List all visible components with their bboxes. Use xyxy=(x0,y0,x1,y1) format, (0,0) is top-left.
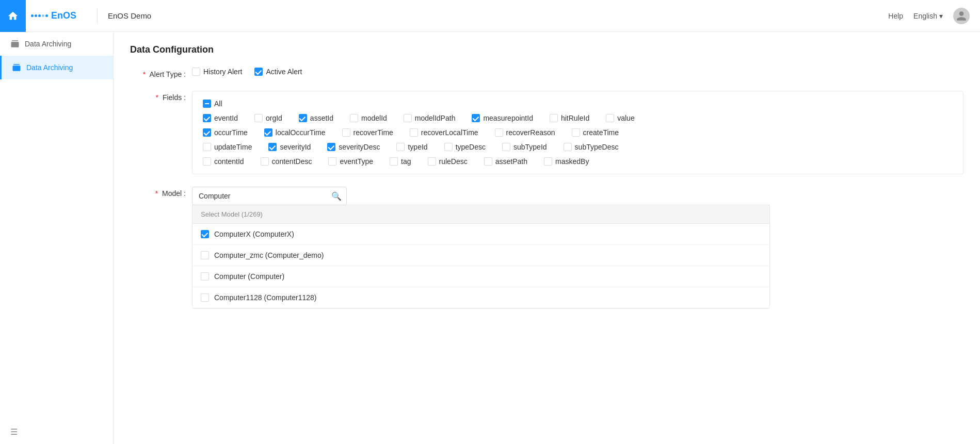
fields-row-1: eventId orgId assetId modelId modelIdPat… xyxy=(203,114,953,122)
sidebar-label-sub: Data Archiving xyxy=(26,63,73,72)
top-navigation: EnOS EnOS Demo Help English ▾ xyxy=(0,0,980,32)
model-row: * Model : 🔍 Select Model (1/269) Compute… xyxy=(130,187,963,309)
field-measurepointId[interactable]: measurepointId xyxy=(472,114,533,122)
model-option-computer-zmc[interactable]: Computer_zmc (Computer_demo) xyxy=(192,245,769,266)
model-computer1128-checkbox[interactable] xyxy=(201,293,209,302)
sidebar-item-data-archiving-top[interactable]: Data Archiving xyxy=(0,32,113,56)
lang-dropdown-icon: ▾ xyxy=(939,12,943,20)
model-input-wrap: 🔍 xyxy=(192,187,347,205)
fields-required: * xyxy=(156,93,158,102)
field-subTypeId[interactable]: subTypeId xyxy=(502,143,547,151)
fields-row: * Fields : All eventId orgId xyxy=(130,91,963,174)
field-assetId[interactable]: assetId xyxy=(299,114,333,122)
model-computerx-checkbox[interactable] xyxy=(201,230,209,238)
active-alert-option[interactable]: Active Alert xyxy=(254,68,302,76)
model-option-computerx[interactable]: ComputerX (ComputerX) xyxy=(192,224,769,245)
main-content: Data Configuration * Alert Type : Histor… xyxy=(114,32,980,444)
nav-divider xyxy=(97,8,98,24)
field-value[interactable]: value xyxy=(606,114,634,122)
history-alert-option[interactable]: History Alert xyxy=(192,68,242,76)
field-localOccurTime[interactable]: localOccurTime xyxy=(264,128,326,137)
main-layout: Data Archiving Data Archiving ☰ Data Con… xyxy=(0,32,980,444)
field-ruleDesc[interactable]: ruleDesc xyxy=(428,157,468,166)
sidebar-item-data-archiving-sub[interactable]: Data Archiving xyxy=(0,56,113,79)
model-search-input[interactable] xyxy=(192,187,347,205)
field-modelId[interactable]: modelId xyxy=(350,114,387,122)
field-tag[interactable]: tag xyxy=(390,157,411,166)
sidebar: Data Archiving Data Archiving ☰ xyxy=(0,32,114,444)
home-button[interactable] xyxy=(0,0,26,32)
fields-row-4: contentId contentDesc eventType tag rule… xyxy=(203,157,953,166)
app-name: EnOS Demo xyxy=(108,11,888,20)
page-title: Data Configuration xyxy=(130,44,963,55)
field-typeId[interactable]: typeId xyxy=(396,143,427,151)
logo-text: EnOS xyxy=(51,10,76,21)
field-modelIdPath[interactable]: modelIdPath xyxy=(404,114,456,122)
field-eventType[interactable]: eventType xyxy=(328,157,373,166)
field-typeDesc[interactable]: typeDesc xyxy=(444,143,486,151)
alert-type-row: * Alert Type : History Alert Active Aler… xyxy=(130,68,963,78)
field-severityDesc[interactable]: severityDesc xyxy=(327,143,380,151)
fields-box: All eventId orgId assetId modelId modelI… xyxy=(192,91,963,174)
user-avatar[interactable] xyxy=(953,8,970,24)
alert-type-label: * Alert Type : xyxy=(130,68,192,78)
model-computer-checkbox[interactable] xyxy=(201,272,209,281)
field-recoverLocalTime[interactable]: recoverLocalTime xyxy=(410,128,478,137)
model-computer-label: Computer (Computer) xyxy=(214,272,284,281)
model-search-icon: 🔍 xyxy=(331,191,342,201)
field-contentId[interactable]: contentId xyxy=(203,157,244,166)
history-alert-checkbox[interactable] xyxy=(192,68,200,76)
history-alert-label: History Alert xyxy=(203,68,242,76)
collapse-icon: ☰ xyxy=(10,427,18,437)
field-severityId[interactable]: severityId xyxy=(268,143,311,151)
field-eventId[interactable]: eventId xyxy=(203,114,238,122)
field-maskedBy[interactable]: maskedBy xyxy=(544,157,589,166)
fields-label: * Fields : xyxy=(130,91,192,102)
help-link[interactable]: Help xyxy=(888,12,903,20)
model-label: * Model : xyxy=(130,187,192,198)
sidebar-collapse-button[interactable]: ☰ xyxy=(0,420,113,444)
logo: EnOS xyxy=(31,10,76,21)
field-occurTime[interactable]: occurTime xyxy=(203,128,248,137)
field-recoverTime[interactable]: recoverTime xyxy=(342,128,393,137)
model-dropdown: Select Model (1/269) ComputerX (Computer… xyxy=(192,205,770,309)
alert-type-checkbox-group: History Alert Active Alert xyxy=(192,68,963,76)
fields-row-2: occurTime localOccurTime recoverTime rec… xyxy=(203,128,953,137)
field-recoverReason[interactable]: recoverReason xyxy=(495,128,555,137)
language-selector[interactable]: English ▾ xyxy=(913,12,943,20)
model-option-computer1128[interactable]: Computer1128 (Computer1128) xyxy=(192,287,769,308)
lang-label: English xyxy=(913,12,937,20)
field-createTime[interactable]: createTime xyxy=(572,128,619,137)
alert-type-required: * xyxy=(143,70,146,78)
model-required: * xyxy=(155,189,158,198)
field-subTypeDesc[interactable]: subTypeDesc xyxy=(564,143,619,151)
active-alert-label: Active Alert xyxy=(266,68,302,76)
alert-type-control: History Alert Active Alert xyxy=(192,68,963,76)
model-dropdown-header: Select Model (1/269) xyxy=(192,205,769,224)
fields-all-row: All xyxy=(203,100,953,108)
nav-right-section: Help English ▾ xyxy=(888,8,970,24)
field-updateTime[interactable]: updateTime xyxy=(203,143,252,151)
fields-all-checkbox[interactable] xyxy=(203,100,211,108)
model-control: 🔍 Select Model (1/269) ComputerX (Comput… xyxy=(192,187,963,309)
fields-control: All eventId orgId assetId modelId modelI… xyxy=(192,91,963,174)
sidebar-label-top: Data Archiving xyxy=(25,40,71,48)
logo-dots xyxy=(31,14,48,17)
model-computer1128-label: Computer1128 (Computer1128) xyxy=(214,293,316,302)
field-orgId[interactable]: orgId xyxy=(254,114,282,122)
fields-all-label: All xyxy=(214,100,222,108)
active-alert-checkbox[interactable] xyxy=(254,68,263,76)
fields-all-option[interactable]: All xyxy=(203,100,953,108)
model-computerx-label: ComputerX (ComputerX) xyxy=(214,230,294,238)
model-option-computer[interactable]: Computer (Computer) xyxy=(192,266,769,287)
fields-row-3: updateTime severityId severityDesc typeI… xyxy=(203,143,953,151)
field-contentDesc[interactable]: contentDesc xyxy=(261,157,312,166)
model-computerzmc-checkbox[interactable] xyxy=(201,251,209,259)
field-assetPath[interactable]: assetPath xyxy=(484,157,527,166)
model-computerzmc-label: Computer_zmc (Computer_demo) xyxy=(214,251,324,259)
field-hitRuleId[interactable]: hitRuleId xyxy=(550,114,589,122)
